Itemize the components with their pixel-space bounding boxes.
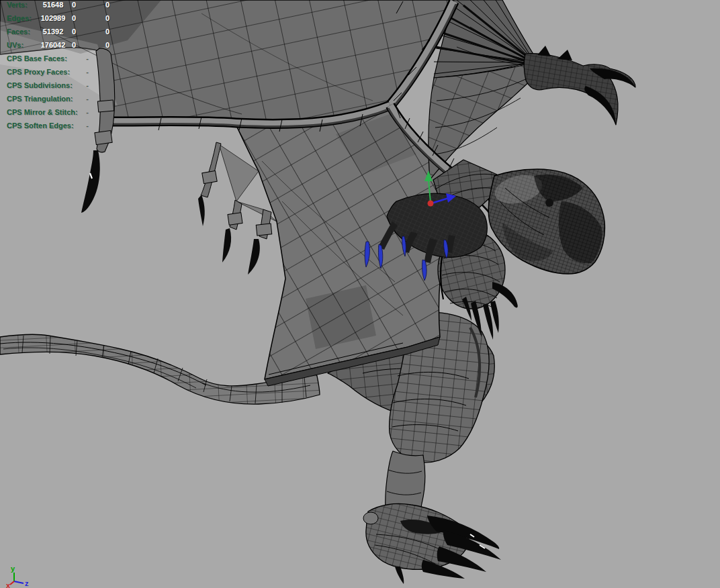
3d-viewport[interactable]: y z x Verts: 51648 0 0 Edges: 102989 0 0…: [0, 0, 720, 588]
viewport-canvas[interactable]: y z x: [0, 0, 720, 588]
eye-socket: [545, 199, 553, 207]
gizmo-z-label: z: [25, 579, 29, 587]
manipulator-center-handle[interactable]: [428, 201, 434, 207]
gizmo-x-label: x: [6, 581, 11, 588]
gizmo-y-label: y: [11, 565, 15, 573]
